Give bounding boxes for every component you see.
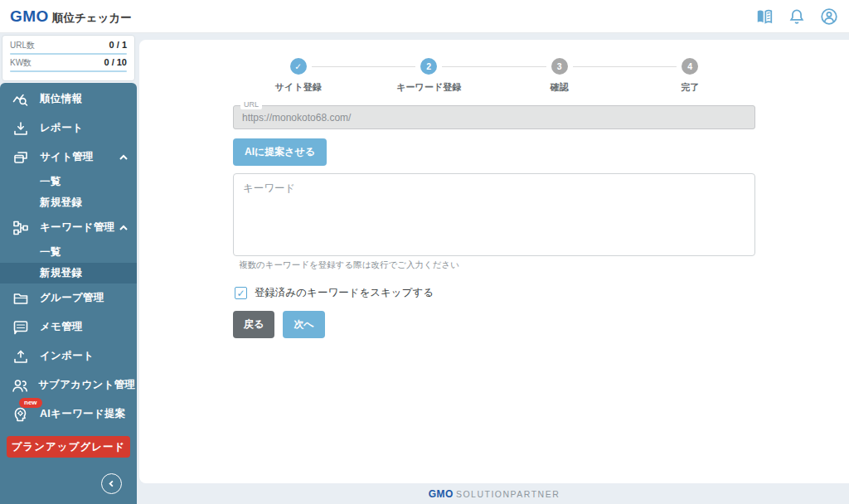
rank-chart-icon [12,90,30,109]
step-label: 完了 [681,81,699,94]
step-circle-3: 3 [551,58,568,75]
usage-kw-label: KW数 [10,57,32,69]
url-input [233,105,755,129]
download-icon [12,119,30,138]
usage-url-progressbar [10,53,127,55]
chevron-left-icon [107,479,116,488]
sidebar-item-keyword-new[interactable]: 新規登録 [0,263,137,284]
usage-url-row: URL数 0 / 1 [10,40,127,55]
sitemap-icon [12,219,30,237]
sidebar-item-report[interactable]: レポート [0,114,137,143]
chevron-up-icon [119,223,129,233]
plan-upgrade-button[interactable]: プランアップグレード [7,436,130,458]
sidebar-collapse-button[interactable] [101,473,122,494]
sidebar-item-label: サイト管理 [40,150,94,164]
notifications-bell-icon[interactable] [787,7,807,27]
sidebar-item-label: メモ管理 [40,320,83,334]
page-footer: GMO SOLUTIONPARTNER [139,483,849,504]
sidebar-item-ai-keyword-suggest[interactable]: new AIキーワード提案 [0,400,137,429]
logo-product-text: 順位チェッカー [52,11,132,26]
manual-icon[interactable] [754,7,774,27]
upload-icon [12,347,30,366]
memo-icon [12,318,30,337]
main-content-panel: ✓ サイト登録 2 キーワード登録 3 確認 4 完了 URL AIに提案させる… [139,40,849,483]
sidebar-item-keyword-list[interactable]: 一覧 [0,242,137,263]
step-circle-2: 2 [420,58,437,75]
sidebar-nav: 順位情報 レポート サイト管理 一覧 新規登録 キーワード管理 一覧 新規登 [0,83,137,504]
app-header: GMO 順位チェッカー [0,0,849,33]
ai-suggest-button[interactable]: AIに提案させる [233,138,327,166]
step-label: キーワード登録 [396,81,461,94]
sidebar-item-label: サブアカウント管理 [38,378,135,392]
sidebar-item-label: レポート [40,121,83,135]
folder-icon [12,289,30,308]
step-confirm[interactable]: 3 確認 [494,58,625,94]
next-button[interactable]: 次へ [283,311,324,338]
sidebar-item-subaccount-management[interactable]: サブアカウント管理 [0,371,137,400]
step-circle-4: 4 [682,58,698,75]
sidebar-item-label: AIキーワード提案 [40,407,126,421]
footer-partner-text: SOLUTIONPARTNER [456,489,560,499]
usage-url-value: 0 / 1 [109,40,127,50]
sidebar-item-label: 新規登録 [40,266,82,280]
sidebar-item-site-list[interactable]: 一覧 [0,172,137,192]
skip-registered-checkbox-label: 登録済みのキーワードをスキップする [255,286,434,300]
sidebar-item-import[interactable]: インポート [0,342,137,371]
sidebar-item-label: 新規登録 [40,196,82,210]
sidebar-item-label: 一覧 [40,245,61,259]
sidebar-item-label: 一覧 [40,175,61,189]
sidebar-item-site-new[interactable]: 新規登録 [0,192,137,213]
new-badge: new [19,398,42,408]
sidebar-item-memo-management[interactable]: メモ管理 [0,313,137,342]
url-field-wrap: URL [233,105,755,129]
app-logo[interactable]: GMO 順位チェッカー [10,7,132,26]
url-field-label: URL [240,100,262,109]
step-label: サイト登録 [275,81,322,94]
usage-kw-value: 0 / 10 [104,57,127,67]
skip-registered-checkbox-row[interactable]: 登録済みのキーワードをスキップする [233,286,755,300]
site-windows-icon [12,148,30,167]
usage-kw-progressbar [10,70,127,72]
people-icon [12,376,28,395]
step-label: 確認 [551,81,569,94]
sidebar-item-rank-info[interactable]: 順位情報 [0,85,137,114]
sidebar-item-group-management[interactable]: グループ管理 [0,284,137,313]
keyword-helper-text: 複数のキーワードを登録する際は改行でご入力ください [239,259,755,271]
step-complete[interactable]: 4 完了 [625,58,756,94]
account-icon[interactable] [819,7,839,27]
sidebar-item-keyword-management[interactable]: キーワード管理 [0,213,137,242]
ai-head-icon: new [12,405,30,424]
sidebar-item-label: 順位情報 [40,92,82,106]
keyword-textarea[interactable] [233,173,755,256]
footer-gmo-logo: GMO [429,488,454,500]
step-site-registration[interactable]: ✓ サイト登録 [233,58,364,94]
usage-quota-card: URL数 0 / 1 KW数 0 / 10 [2,35,135,81]
logo-gmo-text: GMO [10,7,49,26]
sidebar-item-label: キーワード管理 [40,220,114,235]
keyword-registration-form: URL AIに提案させる 複数のキーワードを登録する際は改行でご入力ください 登… [233,105,755,338]
skip-registered-checkbox[interactable] [235,287,247,299]
usage-url-label: URL数 [10,40,35,51]
back-button[interactable]: 戻る [233,311,274,338]
registration-stepper: ✓ サイト登録 2 キーワード登録 3 確認 4 完了 [233,58,755,94]
chevron-up-icon [119,153,129,162]
sidebar-item-site-management[interactable]: サイト管理 [0,143,137,172]
usage-kw-row: KW数 0 / 10 [10,57,127,72]
step-circle-check: ✓ [290,58,307,75]
sidebar-item-label: インポート [40,349,94,363]
step-keyword-registration[interactable]: 2 キーワード登録 [364,58,495,94]
sidebar-item-label: グループ管理 [40,291,104,305]
